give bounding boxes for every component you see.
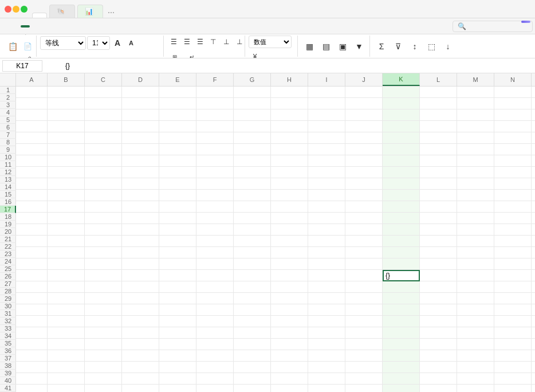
- cell-L24[interactable]: [420, 350, 457, 362]
- cell-N14[interactable]: [494, 236, 532, 247]
- cell-F24[interactable]: [196, 350, 234, 362]
- cell-B22[interactable]: [48, 327, 85, 339]
- cell-K22[interactable]: [383, 327, 420, 339]
- paste-button[interactable]: 📋: [5, 36, 21, 57]
- cell-E20[interactable]: [159, 304, 196, 316]
- cell-L6[interactable]: [420, 144, 457, 155]
- ai-badge[interactable]: [521, 21, 530, 23]
- cell-G7[interactable]: [234, 155, 271, 167]
- cell-L16[interactable]: [420, 258, 457, 270]
- cell-E11[interactable]: [159, 201, 196, 213]
- cell-I26[interactable]: [308, 373, 345, 385]
- cell-K8[interactable]: [383, 167, 420, 178]
- fill-down-button[interactable]: ↓: [440, 36, 456, 57]
- cell-A15[interactable]: [16, 247, 48, 258]
- cell-G19[interactable]: [234, 293, 271, 304]
- cell-H27[interactable]: [271, 385, 308, 392]
- row-header-8[interactable]: 8: [0, 139, 16, 146]
- col-header-n[interactable]: N: [494, 73, 532, 86]
- border-button[interactable]: [68, 54, 73, 56]
- row-header-25[interactable]: 25: [0, 265, 16, 273]
- cell-N21[interactable]: [494, 316, 532, 327]
- cell-J2[interactable]: [345, 98, 383, 109]
- cell-N3[interactable]: [494, 109, 532, 121]
- cell-C20[interactable]: [85, 304, 122, 316]
- cell-L20[interactable]: [420, 304, 457, 316]
- cell-O18[interactable]: [532, 281, 535, 293]
- cell-M8[interactable]: [457, 167, 494, 178]
- cell-M18[interactable]: [457, 281, 494, 293]
- cell-B10[interactable]: [48, 190, 85, 201]
- italic-button[interactable]: [47, 54, 53, 56]
- cell-A16[interactable]: [16, 258, 48, 270]
- cell-H16[interactable]: [271, 258, 308, 270]
- cell-K27[interactable]: [383, 385, 420, 392]
- cell-M27[interactable]: [457, 385, 494, 392]
- cell-E12[interactable]: [159, 213, 196, 224]
- cell-H1[interactable]: [271, 87, 308, 98]
- cell-I3[interactable]: [308, 109, 345, 121]
- menu-data[interactable]: [57, 25, 66, 28]
- cell-H26[interactable]: [271, 373, 308, 385]
- col-header-f[interactable]: F: [196, 73, 234, 86]
- cell-H13[interactable]: [271, 224, 308, 236]
- strikethrough-button[interactable]: [61, 54, 66, 56]
- cell-D5[interactable]: [122, 132, 159, 144]
- menu-file[interactable]: [2, 25, 11, 28]
- cell-F8[interactable]: [196, 167, 234, 178]
- cell-A14[interactable]: [16, 236, 48, 247]
- cell-O6[interactable]: [532, 144, 535, 155]
- cell-K19[interactable]: [383, 293, 420, 304]
- cell-A12[interactable]: [16, 213, 48, 224]
- row-header-5[interactable]: 5: [0, 116, 16, 124]
- cell-M1[interactable]: [457, 87, 494, 98]
- cell-I17[interactable]: [308, 270, 345, 281]
- col-header-m[interactable]: M: [457, 73, 494, 86]
- cell-F21[interactable]: [196, 316, 234, 327]
- cell-F17[interactable]: [196, 270, 234, 281]
- cell-G15[interactable]: [234, 247, 271, 258]
- col-header-b[interactable]: B: [48, 73, 85, 86]
- cell-D26[interactable]: [122, 373, 159, 385]
- cell-N23[interactable]: [494, 339, 532, 350]
- cell-N24[interactable]: [494, 350, 532, 362]
- font-color-button[interactable]: [81, 54, 87, 56]
- cell-B13[interactable]: [48, 224, 85, 236]
- cell-K26[interactable]: [383, 373, 420, 385]
- cell-B4[interactable]: [48, 121, 85, 132]
- cell-J13[interactable]: [345, 224, 383, 236]
- cell-L7[interactable]: [420, 155, 457, 167]
- cell-M12[interactable]: [457, 213, 494, 224]
- cell-K5[interactable]: [383, 132, 420, 144]
- row-header-3[interactable]: 3: [0, 101, 16, 109]
- cell-M23[interactable]: [457, 339, 494, 350]
- cell-J27[interactable]: [345, 385, 383, 392]
- cell-I20[interactable]: [308, 304, 345, 316]
- cell-N2[interactable]: [494, 98, 532, 109]
- cell-J5[interactable]: [345, 132, 383, 144]
- cell-B2[interactable]: [48, 98, 85, 109]
- cell-K17[interactable]: {}: [383, 270, 420, 281]
- cell-K7[interactable]: [383, 155, 420, 167]
- cell-L12[interactable]: [420, 213, 457, 224]
- cell-B27[interactable]: [48, 385, 85, 392]
- row-header-28[interactable]: 28: [0, 288, 16, 295]
- copy-button[interactable]: 📄: [21, 40, 34, 53]
- cell-L1[interactable]: [420, 87, 457, 98]
- cell-E16[interactable]: [159, 258, 196, 270]
- cell-N27[interactable]: [494, 385, 532, 392]
- cell-A10[interactable]: [16, 190, 48, 201]
- cell-N8[interactable]: [494, 167, 532, 178]
- cell-D3[interactable]: [122, 109, 159, 121]
- cell-E21[interactable]: [159, 316, 196, 327]
- cell-J24[interactable]: [345, 350, 383, 362]
- row-header-37[interactable]: 37: [0, 355, 16, 362]
- row-header-38[interactable]: 38: [0, 362, 16, 370]
- cell-D9[interactable]: [122, 178, 159, 190]
- cell-O1[interactable]: [532, 87, 535, 98]
- cell-J18[interactable]: [345, 281, 383, 293]
- cell-D16[interactable]: [122, 258, 159, 270]
- cell-L3[interactable]: [420, 109, 457, 121]
- cell-G14[interactable]: [234, 236, 271, 247]
- col-header-a[interactable]: A: [16, 73, 48, 86]
